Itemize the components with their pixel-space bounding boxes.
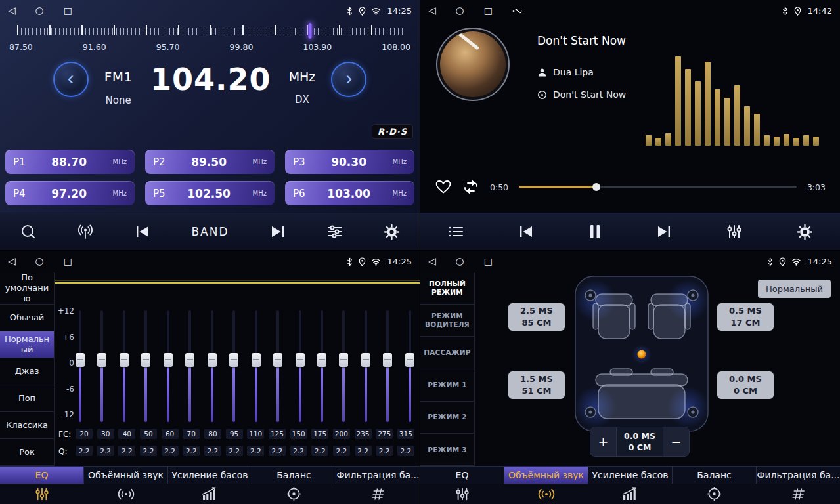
preset-button-4[interactable]: P4 97.20 MHz bbox=[5, 181, 135, 205]
tab-balance[interactable]: Баланс bbox=[673, 467, 757, 484]
eq-preset-rock[interactable]: Рок bbox=[0, 439, 54, 466]
sf-preset-button[interactable]: Нормальный bbox=[758, 280, 831, 298]
balance-tab-icon[interactable] bbox=[672, 486, 756, 501]
next-station-button[interactable] bbox=[269, 224, 286, 239]
settings-button[interactable] bbox=[797, 224, 813, 240]
eq-slider-handle[interactable] bbox=[383, 353, 392, 367]
surround-tab-icon[interactable] bbox=[84, 488, 168, 501]
delay-front-left[interactable]: 2.5 MS 85 CM bbox=[508, 303, 565, 331]
eq-band-slider[interactable] bbox=[317, 310, 326, 422]
home-icon[interactable]: ○ bbox=[456, 251, 464, 272]
progress-knob[interactable] bbox=[592, 183, 600, 191]
preset-button-3[interactable]: P3 90.30 MHz bbox=[285, 150, 414, 174]
broadcast-button[interactable] bbox=[77, 223, 94, 240]
preset-button-2[interactable]: P2 89.50 MHz bbox=[145, 150, 275, 174]
delay-front-right[interactable]: 0.5 MS 17 CM bbox=[717, 303, 774, 331]
back-icon[interactable]: ◁ bbox=[428, 0, 436, 22]
recents-icon[interactable]: □ bbox=[484, 251, 493, 272]
eq-band-slider[interactable] bbox=[120, 310, 129, 422]
scan-button[interactable] bbox=[20, 223, 37, 240]
eq-band-slider[interactable] bbox=[383, 310, 392, 422]
mode-1[interactable]: РЕЖИМ 1 bbox=[420, 369, 474, 402]
eq-settings-button[interactable] bbox=[326, 224, 343, 239]
eq-slider-handle[interactable] bbox=[97, 353, 106, 367]
eq-slider-handle[interactable] bbox=[229, 353, 238, 367]
eq-slider-handle[interactable] bbox=[273, 353, 282, 367]
tab-eq[interactable]: EQ bbox=[420, 467, 504, 484]
favorite-button[interactable] bbox=[435, 179, 452, 195]
repeat-button[interactable] bbox=[462, 180, 479, 194]
balance-tab-icon[interactable] bbox=[252, 486, 336, 501]
delay-rear-right[interactable]: 0.0 MS 0 CM bbox=[717, 371, 774, 399]
eq-band-slider[interactable] bbox=[164, 310, 173, 422]
eq-preset-classic[interactable]: Классика bbox=[0, 412, 54, 439]
tune-up-button[interactable]: › bbox=[331, 62, 366, 97]
filter-tab-icon[interactable] bbox=[756, 487, 840, 501]
eq-slider-handle[interactable] bbox=[296, 353, 305, 367]
eq-slider-handle[interactable] bbox=[141, 353, 150, 367]
tab-filter[interactable]: Фильтрация ба... bbox=[757, 467, 840, 484]
mode-3[interactable]: РЕЖИМ 3 bbox=[420, 434, 474, 466]
scale-pointer[interactable] bbox=[309, 23, 312, 39]
next-track-button[interactable] bbox=[655, 224, 673, 239]
eq-tab-icon[interactable] bbox=[0, 487, 84, 501]
eq-preset-default[interactable]: По умолчанию bbox=[0, 272, 54, 304]
eq-slider-handle[interactable] bbox=[339, 353, 348, 367]
bass-boost-tab-icon[interactable] bbox=[168, 487, 252, 501]
home-icon[interactable]: ○ bbox=[35, 251, 44, 272]
tab-filter[interactable]: Фильтрация ба... bbox=[336, 467, 420, 484]
eq-preset-normal[interactable]: Нормальный bbox=[0, 331, 54, 358]
eq-band-slider[interactable] bbox=[361, 310, 370, 422]
bass-boost-tab-icon[interactable] bbox=[588, 487, 673, 501]
eq-band-slider[interactable] bbox=[141, 310, 150, 422]
eq-settings-button[interactable] bbox=[726, 224, 743, 240]
band-button[interactable]: BAND bbox=[191, 225, 229, 238]
album-art[interactable] bbox=[436, 28, 510, 101]
settings-button[interactable] bbox=[384, 224, 400, 240]
mode-2[interactable]: РЕЖИМ 2 bbox=[420, 402, 474, 434]
back-icon[interactable]: ◁ bbox=[428, 251, 436, 272]
tab-surround[interactable]: Объёмный звук bbox=[504, 467, 588, 484]
recents-icon[interactable]: □ bbox=[484, 0, 493, 22]
delay-plus-button[interactable]: + bbox=[590, 427, 617, 456]
tab-balance[interactable]: Баланс bbox=[252, 467, 336, 484]
tab-eq[interactable]: EQ bbox=[0, 467, 84, 484]
eq-slider-handle[interactable] bbox=[252, 353, 261, 367]
eq-slider-handle[interactable] bbox=[120, 353, 129, 367]
eq-slider-handle[interactable] bbox=[208, 353, 217, 367]
eq-band-slider[interactable] bbox=[208, 310, 217, 422]
eq-band-slider[interactable] bbox=[185, 310, 194, 422]
tune-down-button[interactable]: ‹ bbox=[53, 62, 89, 97]
eq-slider-handle[interactable] bbox=[361, 353, 370, 367]
mode-full[interactable]: ПОЛНЫЙ РЕЖИМ bbox=[420, 272, 474, 304]
previous-track-button[interactable] bbox=[518, 224, 535, 239]
eq-slider-handle[interactable] bbox=[405, 353, 414, 367]
eq-band-slider[interactable] bbox=[296, 310, 305, 422]
preset-button-6[interactable]: P6 103.00 MHz bbox=[285, 181, 414, 205]
eq-preset-jazz[interactable]: Джаз bbox=[0, 358, 54, 385]
eq-band-slider[interactable] bbox=[252, 310, 261, 422]
pause-button[interactable] bbox=[588, 224, 602, 240]
filter-tab-icon[interactable] bbox=[336, 487, 420, 501]
eq-tab-icon[interactable] bbox=[420, 487, 504, 501]
eq-preset-pop[interactable]: Поп bbox=[0, 385, 54, 412]
tab-bass-boost[interactable]: Усиление басов bbox=[588, 467, 673, 484]
surround-tab-icon[interactable] bbox=[504, 488, 588, 501]
eq-band-slider[interactable] bbox=[339, 310, 348, 422]
frequency-scale[interactable] bbox=[17, 25, 403, 39]
tab-bass-boost[interactable]: Усиление басов bbox=[168, 467, 252, 484]
eq-preset-custom[interactable]: Обычай bbox=[0, 304, 54, 331]
mode-passenger[interactable]: ПАССАЖИР bbox=[420, 337, 474, 369]
recents-icon[interactable]: □ bbox=[64, 0, 72, 22]
home-icon[interactable]: ○ bbox=[456, 0, 464, 22]
mode-driver[interactable]: РЕЖИМ ВОДИТЕЛЯ bbox=[420, 304, 474, 337]
prev-station-button[interactable] bbox=[134, 224, 151, 239]
eq-slider-handle[interactable] bbox=[185, 353, 194, 367]
preset-button-5[interactable]: P5 102.50 MHz bbox=[145, 181, 275, 205]
eq-band-slider[interactable] bbox=[405, 310, 414, 422]
eq-slider-handle[interactable] bbox=[164, 353, 173, 367]
eq-slider-handle[interactable] bbox=[317, 353, 326, 367]
eq-slider-handle[interactable] bbox=[76, 353, 85, 367]
home-icon[interactable]: ○ bbox=[35, 0, 44, 22]
preset-button-1[interactable]: P1 88.70 MHz bbox=[5, 150, 135, 174]
